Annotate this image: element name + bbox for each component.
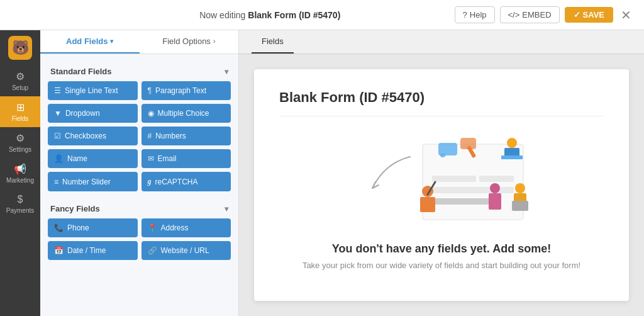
numbers-icon: # — [148, 132, 152, 140]
name-icon: 👤 — [54, 154, 64, 163]
svg-point-17 — [440, 154, 445, 157]
tab-add-fields[interactable]: Add Fields ▾ — [40, 30, 140, 54]
field-recaptcha[interactable]: g reCAPTCHA — [142, 172, 231, 191]
save-button[interactable]: ✓ SAVE — [565, 7, 613, 23]
single-line-icon: ☰ — [54, 86, 61, 95]
svg-point-5 — [507, 138, 517, 148]
svg-point-11 — [490, 183, 500, 193]
code-icon: </> — [508, 10, 520, 20]
svg-rect-1 — [432, 176, 476, 182]
field-numbers[interactable]: # Numbers — [142, 127, 231, 145]
left-nav: 🐻 ⚙ Setup ⊞ Fields ⚙ Settings 📢 Marketin… — [0, 30, 40, 316]
top-bar: Now editing Blank Form (ID #5470) ? Help… — [0, 0, 644, 30]
content-area: Fields Blank Form (ID #5470) — [239, 30, 644, 316]
tab-field-options[interactable]: Field Options › — [140, 30, 239, 54]
question-icon: ? — [463, 10, 467, 20]
sidebar: Add Fields ▾ Field Options › Standard Fi… — [40, 30, 239, 316]
website-icon: 🔗 — [148, 246, 157, 255]
svg-rect-2 — [479, 176, 514, 182]
sidebar-tabs: Add Fields ▾ Field Options › — [40, 30, 238, 54]
fancy-fields-chevron: ▾ — [225, 205, 228, 213]
nav-settings[interactable]: ⚙ Settings — [0, 127, 40, 158]
fields-icon: ⊞ — [16, 101, 25, 113]
fancy-fields-header[interactable]: Fancy Fields ▾ — [48, 199, 231, 218]
field-name[interactable]: 👤 Name — [48, 149, 138, 168]
svg-rect-16 — [438, 143, 457, 155]
close-button[interactable]: ✕ — [618, 8, 634, 23]
field-phone[interactable]: 📞 Phone — [48, 218, 138, 237]
tab-fields[interactable]: Fields — [252, 30, 294, 54]
chevron-right-icon: › — [213, 38, 215, 45]
svg-point-13 — [515, 183, 525, 193]
form-illustration-icon — [404, 132, 530, 226]
address-icon: 📍 — [148, 223, 157, 232]
setup-icon: ⚙ — [16, 71, 25, 82]
datetime-icon: 📅 — [54, 246, 64, 255]
chevron-down-icon: ▾ — [110, 38, 113, 45]
app-logo: 🐻 — [5, 33, 35, 63]
field-dropdown[interactable]: ▼ Dropdown — [48, 104, 138, 123]
empty-state-subtitle: Take your pick from our wide variety of … — [303, 261, 580, 270]
svg-rect-12 — [489, 193, 501, 210]
empty-state: You don't have any fields yet. Add some!… — [279, 132, 604, 270]
checkboxes-icon: ☑ — [54, 132, 61, 140]
top-bar-actions: ? Help </> EMBED ✓ SAVE ✕ — [455, 6, 634, 23]
form-title: Blank Form (ID #5470) — [279, 89, 604, 106]
standard-fields-chevron: ▾ — [225, 67, 228, 76]
main-layout: 🐻 ⚙ Setup ⊞ Fields ⚙ Settings 📢 Marketin… — [0, 30, 644, 316]
field-email[interactable]: ✉ Email — [142, 149, 231, 168]
form-divider — [279, 116, 604, 116]
help-button[interactable]: ? Help — [455, 6, 495, 23]
fancy-fields-grid: 📞 Phone 📍 Address 📅 Date / Time 🔗 Websit… — [48, 218, 231, 260]
content-tabs: Fields — [239, 30, 644, 54]
dropdown-icon: ▼ — [54, 109, 62, 118]
embed-button[interactable]: </> EMBED — [500, 6, 560, 23]
field-address[interactable]: 📍 Address — [142, 218, 231, 237]
recaptcha-icon: g — [148, 177, 152, 186]
phone-icon: 📞 — [54, 223, 64, 232]
field-number-slider[interactable]: ≡ Number Slider — [48, 172, 138, 191]
standard-fields-header[interactable]: Standard Fields ▾ — [48, 62, 231, 81]
settings-icon: ⚙ — [16, 132, 25, 144]
paragraph-icon: ¶ — [148, 86, 152, 95]
editing-label: Now editing Blank Form (ID #5470) — [199, 10, 340, 20]
nav-payments[interactable]: $ Payments — [0, 189, 40, 219]
svg-rect-3 — [432, 187, 514, 193]
standard-fields-grid: ☰ Single Line Text ¶ Paragraph Text ▼ Dr… — [48, 81, 231, 191]
nav-fields[interactable]: ⊞ Fields — [0, 96, 40, 127]
sidebar-content: Standard Fields ▾ ☰ Single Line Text ¶ P… — [40, 54, 238, 316]
svg-rect-7 — [501, 155, 523, 159]
empty-illustration — [353, 132, 530, 232]
nav-marketing[interactable]: 📢 Marketing — [0, 158, 40, 189]
empty-state-title: You don't have any fields yet. Add some! — [332, 242, 551, 256]
field-date-time[interactable]: 📅 Date / Time — [48, 241, 138, 260]
svg-rect-4 — [432, 198, 492, 205]
field-checkboxes[interactable]: ☑ Checkboxes — [48, 127, 138, 145]
svg-rect-9 — [420, 197, 435, 212]
payments-icon: $ — [18, 194, 23, 205]
svg-rect-15 — [512, 201, 528, 211]
email-icon: ✉ — [148, 154, 154, 163]
field-single-line-text[interactable]: ☰ Single Line Text — [48, 81, 138, 100]
field-multiple-choice[interactable]: ◉ Multiple Choice — [142, 104, 231, 123]
check-icon: ✓ — [574, 10, 580, 20]
form-card: Blank Form (ID #5470) — [254, 69, 629, 301]
form-preview: Blank Form (ID #5470) — [239, 54, 644, 316]
form-name: Blank Form (ID #5470) — [248, 10, 340, 20]
multiple-choice-icon: ◉ — [148, 109, 154, 118]
nav-setup[interactable]: ⚙ Setup — [0, 65, 40, 96]
marketing-icon: 📢 — [14, 163, 26, 175]
field-website-url[interactable]: 🔗 Website / URL — [142, 241, 231, 260]
slider-icon: ≡ — [54, 178, 58, 186]
field-paragraph-text[interactable]: ¶ Paragraph Text — [142, 81, 231, 100]
